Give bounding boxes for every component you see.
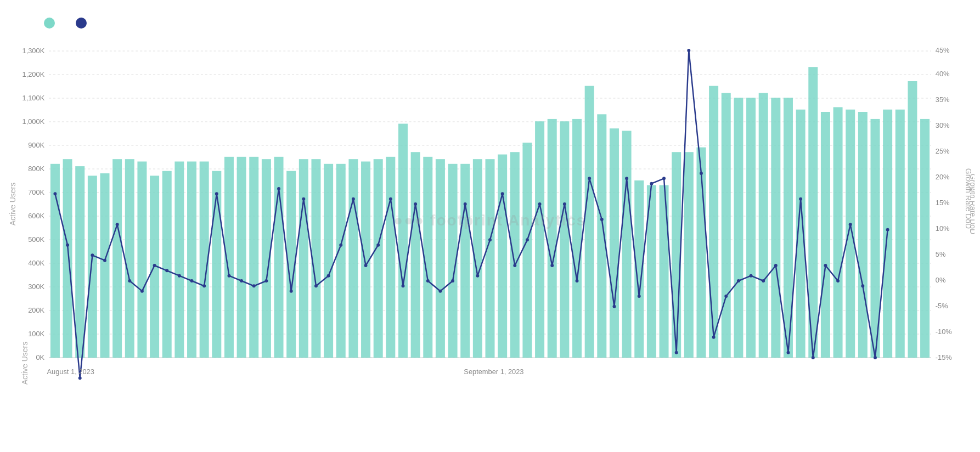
main-svg: .grid-line { stroke: #ddd; stroke-width:… <box>5 39 975 402</box>
bar-63 <box>833 107 843 358</box>
line-dot-37 <box>513 264 516 267</box>
line-dot-55 <box>737 279 740 282</box>
chart-container: ●●● footprint Analytics .grid-line { str… <box>0 0 980 452</box>
svg-text:August 1, 2023: August 1, 2023 <box>47 368 94 376</box>
line-dot-58 <box>774 264 778 267</box>
bar-7 <box>137 161 147 358</box>
svg-text:30%: 30% <box>936 121 950 129</box>
svg-text:Growth Rate DoD: Growth Rate DoD <box>968 174 975 234</box>
bar-33 <box>460 164 470 358</box>
bar-35 <box>486 159 495 358</box>
svg-text:September 1, 2023: September 1, 2023 <box>464 368 523 376</box>
legend-item-active-users <box>44 18 59 29</box>
line-dot-17 <box>264 279 268 282</box>
svg-text:-15%: -15% <box>936 353 952 361</box>
svg-text:1,300K: 1,300K <box>22 47 45 55</box>
line-dot-61 <box>812 356 815 359</box>
line-dot-33 <box>464 202 467 206</box>
line-dot-13 <box>215 192 218 195</box>
bar-27 <box>386 157 395 358</box>
bar-53 <box>709 86 718 358</box>
bar-36 <box>498 155 507 358</box>
line-dot-40 <box>550 264 554 267</box>
svg-text:0K: 0K <box>36 353 44 361</box>
bar-20 <box>299 159 308 358</box>
bar-65 <box>858 112 868 358</box>
bar-2 <box>75 166 85 358</box>
bar-29 <box>411 152 420 358</box>
line-dot-15 <box>240 279 243 282</box>
bar-58 <box>771 98 780 358</box>
bar-23 <box>336 164 346 358</box>
growth-rate-icon <box>76 18 87 29</box>
bar-22 <box>324 164 333 358</box>
svg-text:900K: 900K <box>28 141 44 149</box>
line-dot-0 <box>53 192 57 195</box>
line-dot-35 <box>488 238 492 241</box>
line-dot-21 <box>314 284 318 287</box>
line-dot-27 <box>389 197 392 201</box>
legend <box>5 18 975 29</box>
svg-text:40%: 40% <box>936 70 950 78</box>
svg-text:35%: 35% <box>936 95 950 104</box>
line-dot-25 <box>364 264 368 267</box>
line-dot-57 <box>762 279 765 282</box>
bar-42 <box>572 119 582 358</box>
line-dot-44 <box>600 218 604 221</box>
line-dot-63 <box>836 279 840 282</box>
svg-text:100K: 100K <box>28 330 44 338</box>
bar-24 <box>348 159 358 358</box>
line-dot-46 <box>625 177 628 180</box>
line-dot-49 <box>662 177 666 180</box>
line-dot-22 <box>327 274 330 278</box>
line-dot-18 <box>277 187 280 190</box>
bar-69 <box>908 81 917 358</box>
bar-4 <box>100 173 110 358</box>
line-dot-19 <box>290 290 293 293</box>
line-dot-31 <box>438 290 442 293</box>
svg-text:Active Users: Active Users <box>8 183 17 226</box>
bar-16 <box>249 157 258 358</box>
bar-51 <box>684 152 694 358</box>
bar-38 <box>522 143 532 358</box>
line-dot-56 <box>750 274 753 278</box>
line-dot-48 <box>650 182 653 185</box>
svg-text:Active Users: Active Users <box>20 342 29 385</box>
svg-text:25%: 25% <box>936 147 950 155</box>
line-dot-16 <box>252 284 256 287</box>
bar-9 <box>162 171 172 358</box>
bar-40 <box>548 119 557 358</box>
line-dot-2 <box>78 376 82 380</box>
bar-26 <box>374 159 383 358</box>
legend-item-growth-rate <box>76 18 91 29</box>
line-dot-30 <box>426 279 430 282</box>
line-dot-20 <box>302 197 305 201</box>
line-dot-42 <box>576 279 579 282</box>
line-dot-5 <box>116 223 119 226</box>
bar-1 <box>63 159 72 358</box>
svg-text:0%: 0% <box>936 276 946 284</box>
bar-13 <box>212 171 221 358</box>
bar-11 <box>187 161 196 358</box>
bar-10 <box>174 161 184 358</box>
line-dot-26 <box>376 244 380 247</box>
bar-43 <box>585 86 594 358</box>
line-dot-14 <box>227 274 230 278</box>
bar-45 <box>610 128 619 358</box>
line-dot-52 <box>700 172 703 175</box>
svg-text:1,100K: 1,100K <box>22 94 45 102</box>
bar-46 <box>622 131 632 358</box>
bar-39 <box>535 121 544 358</box>
line-dot-3 <box>91 253 94 257</box>
line-dot-34 <box>476 274 479 278</box>
line-dot-59 <box>787 351 790 354</box>
bar-15 <box>237 157 246 358</box>
line-dot-32 <box>451 279 454 282</box>
line-dot-41 <box>563 202 566 206</box>
line-dot-24 <box>352 197 355 201</box>
line-dot-47 <box>638 295 641 298</box>
line-dot-23 <box>339 244 342 247</box>
line-dot-51 <box>687 49 690 52</box>
line-dot-53 <box>712 336 716 339</box>
bar-62 <box>821 112 830 358</box>
